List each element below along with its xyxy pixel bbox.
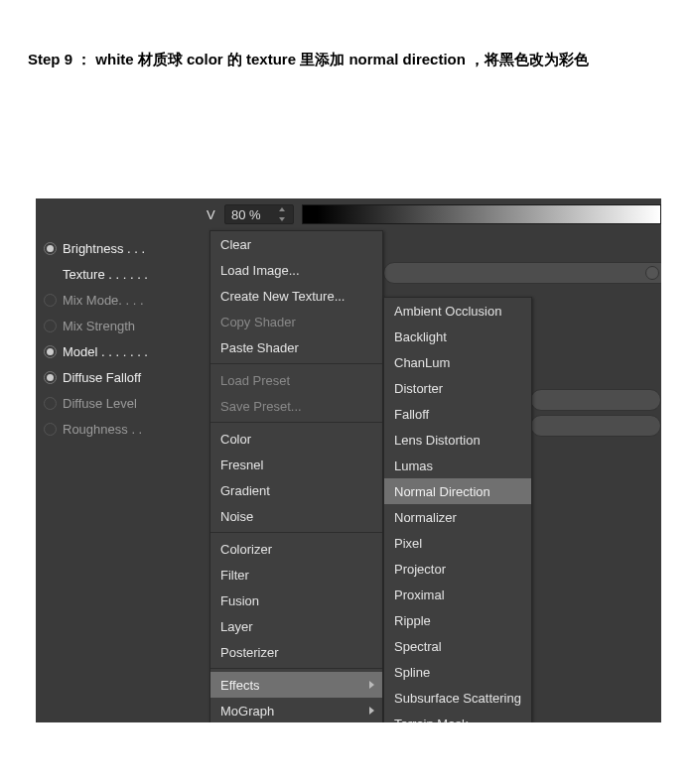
menu-item[interactable]: Create New Texture... — [210, 283, 382, 309]
menu-item[interactable]: Fresnel — [210, 452, 382, 477]
radio-icon[interactable] — [44, 320, 57, 332]
submenu-item-label: Lumas — [394, 458, 433, 473]
menu-separator — [210, 363, 382, 364]
menu-separator — [210, 422, 382, 423]
submenu-item[interactable]: Ripple — [384, 607, 531, 633]
param-track-2[interactable] — [530, 415, 661, 437]
property-label: Texture . . . . . . — [63, 267, 148, 282]
submenu-item-label: Falloff — [394, 407, 429, 422]
submenu-item-label: Terrain Mask — [394, 717, 468, 723]
menu-item-label: Save Preset... — [220, 399, 302, 414]
submenu-item[interactable]: Falloff — [384, 401, 531, 427]
submenu-item[interactable]: Proximal — [384, 582, 531, 607]
property-row[interactable]: Diffuse Falloff — [36, 364, 209, 390]
menu-item[interactable]: Filter — [210, 562, 382, 588]
menu-item-label: Color — [220, 432, 251, 447]
property-label: Diffuse Falloff — [63, 370, 141, 385]
property-label: Mix Mode. . . . — [63, 293, 144, 308]
menu-item[interactable]: Gradient — [210, 477, 382, 503]
menu-item[interactable]: Effects — [210, 672, 382, 698]
menu-separator — [210, 532, 382, 533]
radio-icon[interactable] — [44, 242, 57, 255]
instruction-text: Step 9 ： white 材质球 color 的 texture 里添加 n… — [0, 0, 693, 78]
property-label: Roughness . . — [63, 422, 142, 437]
menu-item[interactable]: Fusion — [210, 588, 382, 613]
radio-icon[interactable] — [44, 397, 57, 410]
submenu-item-label: Pixel — [394, 536, 422, 551]
param-track-1[interactable] — [530, 389, 661, 411]
texture-slot-button[interactable] — [645, 266, 659, 280]
submenu-item-label: Subsurface Scattering — [394, 691, 521, 706]
menu-item-label: MoGraph — [220, 704, 274, 719]
property-row[interactable]: Model . . . . . . . — [36, 338, 209, 364]
menu-item[interactable]: Posterizer — [210, 639, 382, 665]
menu-item[interactable]: Noise — [210, 503, 382, 529]
menu-item-label: Create New Texture... — [220, 289, 345, 304]
submenu-item[interactable]: Lens Distortion — [384, 427, 531, 453]
menu-item[interactable]: Load Image... — [210, 257, 382, 283]
menu-item-label: Clear — [220, 237, 251, 252]
property-row: Roughness . . — [36, 416, 209, 442]
material-editor-panel: V 80 % Brightness . . .Texture . . . . .… — [36, 198, 661, 722]
submenu-item-label: Ambient Occlusion — [394, 304, 501, 319]
radio-icon[interactable] — [44, 371, 57, 384]
radio-icon[interactable] — [44, 294, 57, 307]
texture-context-menu: ClearLoad Image...Create New Texture...C… — [209, 230, 383, 722]
property-label: Diffuse Level — [63, 396, 137, 411]
property-row[interactable]: Brightness . . . — [36, 235, 209, 261]
submenu-item[interactable]: Terrain Mask — [384, 711, 531, 722]
submenu-item[interactable]: Normalizer — [384, 504, 531, 530]
submenu-item[interactable]: Lumas — [384, 453, 531, 478]
value-row: V 80 % — [36, 202, 661, 226]
menu-item[interactable]: Colorizer — [210, 536, 382, 562]
menu-item-label: Copy Shader — [220, 315, 296, 329]
submenu-item[interactable]: Normal Direction — [384, 478, 531, 504]
texture-slot[interactable] — [383, 262, 661, 284]
submenu-item-label: Lens Distortion — [394, 433, 481, 448]
menu-item[interactable]: Layer — [210, 613, 382, 639]
property-row[interactable]: Texture . . . . . . — [36, 261, 209, 287]
submenu-item[interactable]: Spectral — [384, 633, 531, 659]
property-label: Model . . . . . . . — [63, 344, 148, 359]
submenu-item[interactable]: Backlight — [384, 324, 531, 349]
effects-submenu: Ambient OcclusionBacklightChanLumDistort… — [383, 297, 532, 722]
property-row: Mix Mode. . . . — [36, 287, 209, 313]
property-label: Mix Strength — [63, 319, 135, 333]
submenu-item-label: Ripple — [394, 613, 431, 628]
menu-item-label: Gradient — [220, 483, 270, 498]
menu-item[interactable]: Paste Shader — [210, 334, 382, 360]
menu-item[interactable]: Color — [210, 426, 382, 452]
radio-icon[interactable] — [44, 345, 57, 358]
menu-item-label: Fresnel — [220, 457, 263, 472]
chevron-right-icon — [369, 681, 374, 689]
submenu-item[interactable]: Distorter — [384, 375, 531, 401]
v-value: 80 % — [231, 207, 261, 222]
menu-item-label: Load Image... — [220, 263, 300, 278]
menu-item-label: Effects — [220, 678, 260, 693]
menu-item-label: Load Preset — [220, 373, 290, 388]
menu-separator — [210, 668, 382, 669]
menu-item-label: Filter — [220, 568, 249, 583]
menu-item[interactable]: MoGraph — [210, 698, 382, 722]
submenu-item-label: Normalizer — [394, 510, 457, 525]
radio-icon[interactable] — [44, 423, 57, 436]
v-label: V — [207, 207, 215, 222]
menu-item-label: Noise — [220, 509, 253, 524]
v-input[interactable]: 80 % — [224, 204, 294, 224]
submenu-item-label: Backlight — [394, 329, 447, 344]
property-row: Mix Strength — [36, 313, 209, 338]
menu-item-label: Fusion — [220, 593, 259, 608]
menu-item: Load Preset — [210, 367, 382, 393]
submenu-item[interactable]: Projector — [384, 556, 531, 582]
property-row: Diffuse Level — [36, 390, 209, 416]
stepper-icon[interactable] — [279, 207, 287, 221]
menu-item-label: Paste Shader — [220, 340, 299, 355]
submenu-item[interactable]: ChanLum — [384, 349, 531, 375]
submenu-item[interactable]: Subsurface Scattering — [384, 685, 531, 711]
gradient-slider[interactable] — [302, 204, 661, 224]
submenu-item[interactable]: Spline — [384, 659, 531, 685]
submenu-item-label: Distorter — [394, 381, 443, 396]
menu-item[interactable]: Clear — [210, 231, 382, 257]
submenu-item[interactable]: Ambient Occlusion — [384, 298, 531, 324]
submenu-item[interactable]: Pixel — [384, 530, 531, 556]
